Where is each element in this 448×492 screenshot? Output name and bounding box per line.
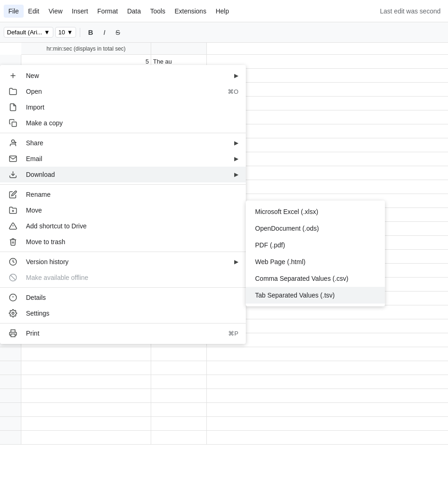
rename-icon: [7, 190, 19, 199]
new-label: New: [26, 72, 223, 79]
open-label: Open: [26, 88, 220, 95]
download-label: Download: [26, 171, 223, 178]
download-icon: [7, 170, 19, 179]
trash-label: Move to trash: [26, 238, 238, 246]
make-copy-label: Make a copy: [26, 119, 238, 127]
col-header-b[interactable]: hr:min:sec (displays in total sec): [21, 43, 151, 54]
row-num: [0, 347, 21, 361]
menu-divider-5: [0, 323, 246, 324]
menu-item-rename[interactable]: Rename: [0, 187, 246, 202]
download-submenu: Microsoft Excel (.xlsx) OpenDocument (.o…: [246, 201, 385, 306]
menu-item-print[interactable]: Print ⌘P: [0, 325, 246, 341]
xlsx-label: Microsoft Excel (.xlsx): [255, 208, 318, 215]
font-size-dropdown-icon: ▼: [67, 29, 73, 36]
cell-c25[interactable]: [151, 389, 207, 402]
cell-c24[interactable]: [151, 375, 207, 388]
row-num: [0, 417, 21, 430]
menubar: File Edit View Insert Format Data Tools …: [0, 0, 448, 22]
menu-view[interactable]: View: [44, 5, 67, 18]
menu-item-open[interactable]: Open ⌘O: [0, 84, 246, 99]
menu-item-trash[interactable]: Move to trash: [0, 234, 246, 250]
menu-format[interactable]: Format: [93, 5, 122, 18]
menu-insert[interactable]: Insert: [67, 5, 93, 18]
menu-item-add-shortcut[interactable]: Add shortcut to Drive: [0, 218, 246, 234]
html-label: Web Page (.html): [255, 258, 306, 265]
menu-divider-1: [0, 133, 246, 133]
cell-b26[interactable]: [21, 403, 151, 416]
table-row: [0, 431, 448, 445]
details-icon: [7, 293, 19, 302]
submenu-item-csv[interactable]: Comma Separated Values (.csv): [246, 270, 385, 287]
trash-icon: [7, 238, 19, 246]
italic-button[interactable]: I: [99, 26, 109, 39]
submenu-item-pdf[interactable]: PDF (.pdf): [246, 237, 385, 253]
menu-item-details[interactable]: Details: [0, 290, 246, 305]
menu-item-new[interactable]: New ▶: [0, 68, 246, 84]
open-shortcut: ⌘O: [228, 88, 238, 95]
email-label: Email: [26, 155, 223, 162]
toolbar: Default (Ari... ▼ 10 ▼ B I S: [0, 22, 448, 43]
cell-b27[interactable]: [21, 417, 151, 430]
cell-b22[interactable]: [21, 347, 151, 361]
menu-tools[interactable]: Tools: [146, 5, 170, 18]
font-dropdown-icon: ▼: [44, 29, 50, 36]
menu-item-version-history[interactable]: Version history ▶: [0, 254, 246, 270]
font-family-select[interactable]: Default (Ari... ▼: [4, 27, 53, 38]
menu-item-import[interactable]: Import: [0, 99, 246, 115]
csv-label: Comma Separated Values (.csv): [255, 275, 348, 282]
open-icon: [7, 87, 19, 96]
rename-label: Rename: [26, 191, 238, 198]
menu-data[interactable]: Data: [122, 5, 146, 18]
add-shortcut-label: Add shortcut to Drive: [26, 222, 238, 230]
table-row: [0, 361, 448, 375]
offline-icon: [7, 273, 19, 282]
print-label: Print: [26, 330, 221, 337]
print-icon: [7, 329, 19, 337]
svg-rect-2: [12, 122, 17, 127]
new-arrow: ▶: [234, 72, 238, 79]
menu-help[interactable]: Help: [211, 5, 234, 18]
last-edit-status: Last edit was second: [380, 7, 444, 15]
menu-item-download[interactable]: Download ▶: [0, 167, 246, 182]
shortcut-icon: [7, 222, 19, 230]
table-row: [0, 403, 448, 417]
font-name-label: Default (Ari...: [7, 29, 42, 36]
move-icon: [7, 206, 19, 214]
font-size-select[interactable]: 10 ▼: [55, 27, 76, 38]
menu-divider-2: [0, 184, 246, 185]
offline-label: Make available offline: [26, 274, 238, 281]
submenu-item-ods[interactable]: OpenDocument (.ods): [246, 220, 385, 237]
cell-c23[interactable]: [151, 361, 207, 375]
menu-item-email[interactable]: Email ▶: [0, 151, 246, 167]
menu-divider-4: [0, 287, 246, 288]
menu-item-make-copy[interactable]: Make a copy: [0, 115, 246, 131]
cell-b25[interactable]: [21, 389, 151, 402]
table-row: [0, 375, 448, 389]
menu-item-share[interactable]: Share ▶: [0, 135, 246, 151]
menu-file[interactable]: File: [4, 5, 24, 18]
print-shortcut: ⌘P: [228, 330, 238, 337]
strikethrough-button[interactable]: S: [111, 26, 124, 39]
submenu-item-html[interactable]: Web Page (.html): [246, 253, 385, 270]
cell-b23[interactable]: [21, 361, 151, 375]
menu-item-move[interactable]: Move: [0, 202, 246, 218]
cell-c27[interactable]: [151, 417, 207, 430]
cell-b24[interactable]: [21, 375, 151, 388]
bold-button[interactable]: B: [84, 26, 97, 39]
menu-edit[interactable]: Edit: [24, 5, 44, 18]
row-num: [0, 361, 21, 375]
cell-b28[interactable]: [21, 431, 151, 444]
cell-c26[interactable]: [151, 403, 207, 416]
move-label: Move: [26, 207, 238, 214]
col-header-c[interactable]: [151, 43, 207, 54]
cell-c22[interactable]: [151, 347, 207, 361]
submenu-item-tsv[interactable]: Tab Separated Values (.tsv): [246, 287, 385, 304]
submenu-item-xlsx[interactable]: Microsoft Excel (.xlsx): [246, 203, 385, 220]
download-arrow: ▶: [234, 171, 238, 178]
menu-extensions[interactable]: Extensions: [170, 5, 211, 18]
cell-c28[interactable]: [151, 431, 207, 444]
share-arrow: ▶: [234, 140, 238, 146]
email-icon: [7, 155, 19, 163]
menu-item-settings[interactable]: Settings: [0, 305, 246, 321]
import-icon: [7, 103, 19, 111]
